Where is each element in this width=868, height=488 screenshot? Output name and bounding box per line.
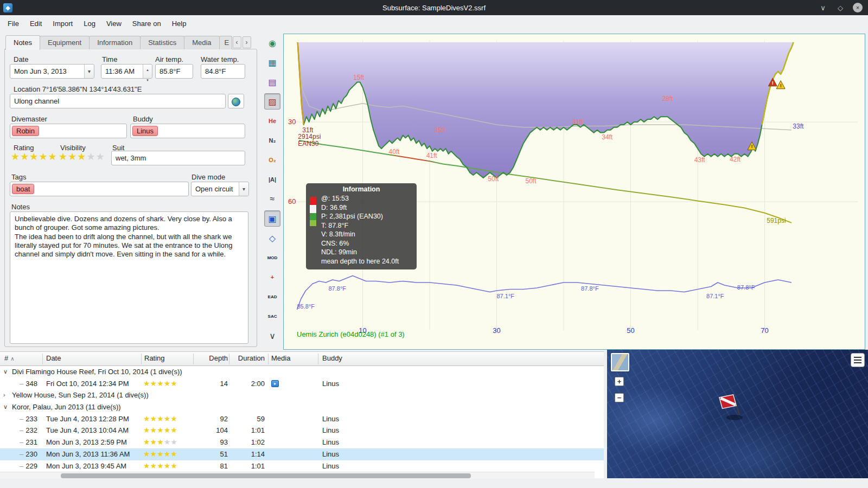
menu-file[interactable]: File	[2, 17, 24, 30]
globe-button[interactable]	[228, 94, 244, 108]
buddy-field[interactable]: Linus	[130, 124, 245, 138]
close-button[interactable]: ×	[853, 3, 863, 12]
tag-chip[interactable]: boat	[12, 184, 34, 194]
trip-row[interactable]: ∨Koror, Palau, Jun 2013 (11 dive(s))	[0, 401, 604, 413]
o2-graph-icon[interactable]: O₂	[264, 152, 280, 168]
n2-graph-icon[interactable]: N₂	[264, 132, 280, 149]
divemaster-chip[interactable]: Robin	[12, 126, 39, 136]
tags-field[interactable]: boat	[10, 182, 189, 196]
menu-share-on[interactable]: Share on	[127, 17, 167, 30]
trip-label: Yellow House, Sun Sep 21, 2014 (1 dive(s…	[12, 389, 149, 401]
buddy-chip[interactable]: Linus	[132, 126, 158, 136]
spin-down-icon[interactable]: ▾	[143, 75, 152, 85]
sac-icon[interactable]: SAC	[264, 308, 280, 324]
mod-icon[interactable]: MOD	[264, 249, 280, 266]
expand-icon[interactable]: ›	[3, 389, 5, 401]
time-spinbox[interactable]: 11:36 AM▴▾	[101, 64, 152, 79]
notes-textarea[interactable]: Unbelievable dive. Dozens and dozens of …	[10, 211, 248, 344]
dive-list[interactable]: #∧DateRatingDepthDurationMediaBuddy ∨Div…	[0, 351, 604, 478]
info-title: Information	[310, 185, 412, 193]
title-bar[interactable]: ◆ Subsurface: SampleDivesV2.ssrf ∨ ◇ ×	[0, 0, 868, 15]
tab-statistics[interactable]: Statistics	[140, 36, 184, 49]
water-temp-field[interactable]: 84.8°F	[201, 64, 245, 79]
dive-row[interactable]: –348Fri Oct 10, 2014 12:34 PM★★★★★142:00…	[0, 378, 604, 390]
tab-scroll-right-button[interactable]: ›	[242, 36, 251, 48]
annotation-label: 591psi	[767, 217, 786, 224]
app-icon: ◆	[3, 3, 12, 12]
he-graph-icon[interactable]: He	[264, 113, 280, 129]
ruler-icon[interactable]: ◇	[264, 230, 280, 246]
ead-icon[interactable]: EAD	[264, 288, 280, 305]
star-icon: ★	[150, 450, 157, 458]
column-header-buddy[interactable]: Buddy	[322, 354, 342, 362]
dive-flag-marker[interactable]	[718, 387, 756, 425]
photos-icon[interactable]: ▣	[264, 210, 280, 227]
po2-graph-icon[interactable]: ▦	[264, 54, 280, 70]
collapse-icon[interactable]: ∨	[3, 366, 8, 378]
tab-notes[interactable]: Notes	[5, 35, 40, 50]
diver-icon[interactable]: ◉	[264, 35, 280, 51]
trip-row[interactable]: ∨Divi Flamingo House Reef, Fri Oct 10, 2…	[0, 366, 604, 378]
dive-list-header[interactable]: #∧DateRatingDepthDurationMediaBuddy	[0, 352, 604, 366]
tab-e[interactable]: E	[219, 36, 232, 49]
divemaster-field[interactable]: Robin	[10, 124, 127, 138]
tab-information[interactable]: Information	[89, 36, 141, 49]
menu-edit[interactable]: Edit	[24, 17, 47, 30]
dive-row[interactable]: –230Mon Jun 3, 2013 11:36 AM★★★★★511:14L…	[0, 448, 604, 460]
star-icon: ★	[164, 426, 171, 434]
date-combobox[interactable]: Mon Jun 3, 2013▾	[10, 64, 94, 79]
dive-row[interactable]: –232Tue Jun 4, 2013 10:04 AM★★★★★1041:01…	[0, 425, 604, 436]
dive-row[interactable]: –229Mon Jun 3, 2013 9:45 AM★★★★★811:01Li…	[0, 460, 604, 472]
column-header-date[interactable]: Date	[46, 354, 61, 362]
ceiling-icon[interactable]: ▤	[264, 74, 280, 90]
scroll-down-icon[interactable]: ∨	[264, 328, 280, 344]
map-menu-button[interactable]	[851, 353, 865, 367]
info-row: D: 36.9ft	[310, 203, 412, 213]
chevron-down-icon[interactable]: ▾	[84, 65, 94, 78]
air-temp-field[interactable]: 85.8°F	[155, 64, 193, 79]
deco-icon[interactable]: +	[264, 269, 280, 285]
media-icon[interactable]: ▸	[271, 380, 279, 387]
column-header-depth[interactable]: Depth	[195, 354, 228, 362]
scrollbar-thumb[interactable]	[61, 473, 471, 478]
star-icon: ★	[77, 151, 86, 162]
map-zoom-in-button[interactable]: +	[615, 377, 624, 386]
tags-label: Tags	[11, 173, 26, 181]
depth-label: 15ft	[353, 74, 365, 81]
rating-stars[interactable]: ★★★★★	[11, 151, 58, 162]
horizontal-scrollbar[interactable]	[0, 472, 595, 479]
dive-mode-combobox[interactable]: Open circuit▾	[191, 182, 249, 196]
tab-scroll-left-button[interactable]: ‹	[233, 36, 241, 48]
minimize-button[interactable]: ∨	[818, 3, 828, 12]
map-zoom-out-button[interactable]: −	[615, 393, 624, 402]
collapse-icon[interactable]: ∨	[3, 401, 8, 413]
menu-import[interactable]: Import	[47, 17, 78, 30]
star-icon: ★	[39, 151, 47, 162]
column-header-num[interactable]: #∧	[4, 354, 15, 362]
menu-help[interactable]: Help	[167, 17, 192, 30]
tab-equipment[interactable]: Equipment	[40, 36, 90, 49]
map-overview-thumbnail[interactable]	[611, 353, 629, 371]
tab-media[interactable]: Media	[184, 36, 219, 49]
dive-row[interactable]: –233Tue Jun 4, 2013 12:28 PM★★★★★9259Lin…	[0, 413, 604, 425]
map-panel[interactable]: + −	[607, 350, 868, 478]
header-separator	[229, 354, 229, 364]
column-header-duration[interactable]: Duration	[230, 354, 265, 362]
maximize-button[interactable]: ◇	[835, 3, 845, 12]
location-field[interactable]: Ulong channel	[10, 94, 226, 108]
trip-row[interactable]: ›Yellow House, Sun Sep 21, 2014 (1 dive(…	[0, 389, 604, 401]
visibility-stars[interactable]: ★★★★★	[59, 151, 105, 162]
column-header-rating[interactable]: Rating	[144, 354, 165, 362]
suit-field[interactable]: wet, 3mm	[111, 151, 245, 165]
column-header-media[interactable]: Media	[271, 354, 290, 362]
chevron-down-icon[interactable]: ▾	[239, 182, 248, 196]
spin-up-icon[interactable]: ▴	[143, 65, 152, 75]
ambient-pressure-icon[interactable]: |A|	[264, 171, 280, 188]
heart-rate-icon[interactable]: ≈	[264, 191, 280, 207]
menu-view[interactable]: View	[101, 17, 127, 30]
dc-ceiling-icon[interactable]: ▨	[264, 93, 280, 110]
profile-panel[interactable]: 15ft40ft41ft35ft50ft50ft31ft34ft28ft43ft…	[283, 34, 865, 350]
menu-log[interactable]: Log	[78, 17, 101, 30]
dive-row[interactable]: –231Mon Jun 3, 2013 2:59 PM★★★★★931:02Li…	[0, 436, 604, 448]
star-icon: ★	[170, 450, 177, 458]
